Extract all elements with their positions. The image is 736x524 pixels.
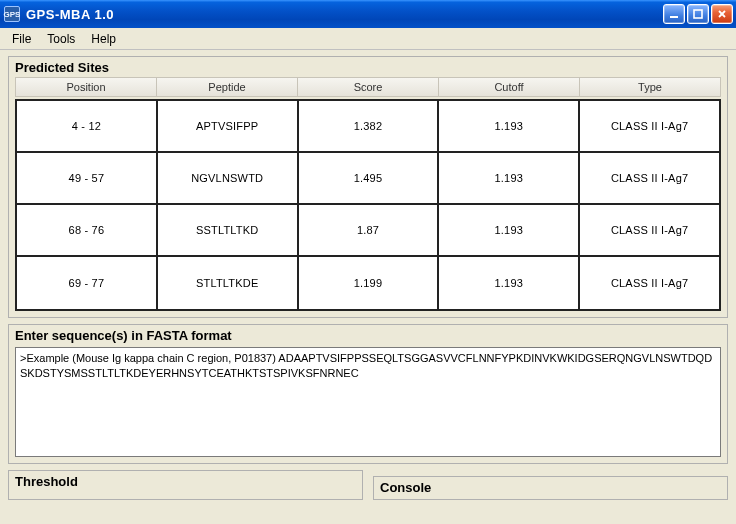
cell-position: 69 - 77 xyxy=(17,257,158,309)
content-area: Predicted Sites Position Peptide Score C… xyxy=(0,50,736,508)
predicted-sites-group: Predicted Sites Position Peptide Score C… xyxy=(8,56,728,318)
cell-cutoff: 1.193 xyxy=(439,205,580,255)
col-peptide[interactable]: Peptide xyxy=(157,78,298,96)
cell-cutoff: 1.193 xyxy=(439,257,580,309)
cell-peptide: SSTLTLTKD xyxy=(158,205,299,255)
maximize-button[interactable] xyxy=(687,4,709,24)
cell-score: 1.87 xyxy=(299,205,440,255)
threshold-group: Threshold xyxy=(8,470,363,500)
table-row[interactable]: 68 - 76 SSTLTLTKD 1.87 1.193 CLASS II I-… xyxy=(17,205,719,257)
cell-score: 1.199 xyxy=(299,257,440,309)
table-row[interactable]: 49 - 57 NGVLNSWTD 1.495 1.193 CLASS II I… xyxy=(17,153,719,205)
col-cutoff[interactable]: Cutoff xyxy=(439,78,580,96)
console-title: Console xyxy=(376,480,725,497)
close-button[interactable] xyxy=(711,4,733,24)
window-controls xyxy=(663,4,736,24)
col-position[interactable]: Position xyxy=(16,78,157,96)
menu-bar: File Tools Help xyxy=(0,28,736,50)
predicted-sites-header: Position Peptide Score Cutoff Type xyxy=(15,77,721,97)
col-type[interactable]: Type xyxy=(580,78,720,96)
close-icon xyxy=(717,9,727,19)
fasta-group: Enter sequence(s) in FASTA format >Examp… xyxy=(8,324,728,464)
cell-position: 4 - 12 xyxy=(17,101,158,151)
table-row[interactable]: 69 - 77 STLTLTKDE 1.199 1.193 CLASS II I… xyxy=(17,257,719,309)
cell-score: 1.382 xyxy=(299,101,440,151)
menu-tools[interactable]: Tools xyxy=(39,30,83,48)
app-icon-label: GPS xyxy=(4,10,21,19)
maximize-icon xyxy=(693,9,703,19)
app-icon: GPS xyxy=(4,6,20,22)
console-group: Console xyxy=(373,476,728,500)
col-score[interactable]: Score xyxy=(298,78,439,96)
fasta-input[interactable]: >Example (Mouse Ig kappa chain C region,… xyxy=(15,347,721,457)
cell-position: 68 - 76 xyxy=(17,205,158,255)
cell-peptide: STLTLTKDE xyxy=(158,257,299,309)
svg-rect-0 xyxy=(670,16,678,18)
cell-position: 49 - 57 xyxy=(17,153,158,203)
svg-rect-1 xyxy=(694,10,702,18)
cell-type: CLASS II I-Ag7 xyxy=(580,257,719,309)
predicted-sites-title: Predicted Sites xyxy=(11,60,725,77)
cell-type: CLASS II I-Ag7 xyxy=(580,153,719,203)
table-row[interactable]: 4 - 12 APTVSIFPP 1.382 1.193 CLASS II I-… xyxy=(17,101,719,153)
minimize-icon xyxy=(669,9,679,19)
predicted-sites-table: 4 - 12 APTVSIFPP 1.382 1.193 CLASS II I-… xyxy=(15,99,721,311)
fasta-title: Enter sequence(s) in FASTA format xyxy=(11,328,725,345)
cell-type: CLASS II I-Ag7 xyxy=(580,205,719,255)
minimize-button[interactable] xyxy=(663,4,685,24)
window-title: GPS-MBA 1.0 xyxy=(26,7,114,22)
cell-type: CLASS II I-Ag7 xyxy=(580,101,719,151)
title-bar: GPS GPS-MBA 1.0 xyxy=(0,0,736,28)
cell-cutoff: 1.193 xyxy=(439,101,580,151)
cell-peptide: APTVSIFPP xyxy=(158,101,299,151)
threshold-title: Threshold xyxy=(11,474,360,491)
bottom-row: Threshold Console xyxy=(8,470,728,500)
cell-cutoff: 1.193 xyxy=(439,153,580,203)
menu-file[interactable]: File xyxy=(4,30,39,48)
cell-score: 1.495 xyxy=(299,153,440,203)
menu-help[interactable]: Help xyxy=(83,30,124,48)
cell-peptide: NGVLNSWTD xyxy=(158,153,299,203)
